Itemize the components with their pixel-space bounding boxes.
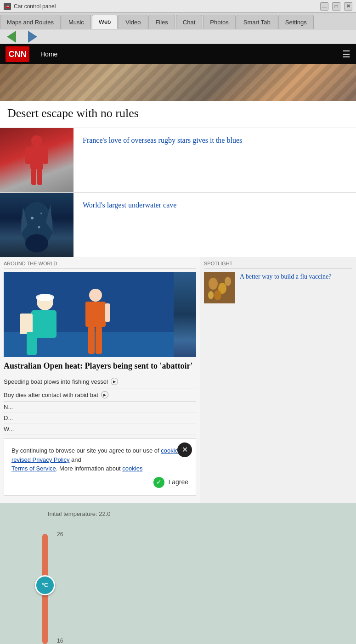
main-story-headline[interactable]: Australian Open heat: Players being sent…	[4, 361, 196, 371]
cookie-and: and	[71, 456, 81, 463]
vaccine-icon	[204, 272, 235, 303]
svg-rect-5	[37, 168, 42, 185]
tab-maps[interactable]: Maps and Routes	[0, 15, 61, 29]
hero-image	[0, 64, 356, 101]
temp-label: Initial temperature: 22.0	[48, 510, 345, 517]
svg-point-12	[38, 226, 40, 229]
sublink-1-text: Speeding boat plows into fishing vessel	[4, 378, 108, 385]
hamburger-icon[interactable]: ☰	[342, 49, 350, 60]
cookie-link-2[interactable]: revised Privacy Policy	[11, 456, 69, 463]
back-arrow-icon	[7, 31, 16, 43]
svg-point-29	[225, 277, 231, 286]
svg-point-10	[31, 217, 34, 219]
sublink-2-text: Boy dies after contact with rabid bat	[4, 392, 98, 398]
agree-check-icon: ✓	[153, 477, 164, 488]
cnn-header: CNN Home ☰	[0, 44, 356, 64]
news-item-3: W...	[4, 424, 196, 435]
svg-rect-21	[105, 303, 110, 322]
cnn-logo[interactable]: CNN	[6, 46, 29, 62]
cookie-more: More information about	[59, 465, 121, 472]
cave-image	[0, 193, 73, 257]
play-icon-1: ▶	[111, 378, 118, 385]
svg-rect-4	[31, 168, 36, 185]
sections-grid: Around the world	[0, 257, 356, 503]
temp-slider-thumb[interactable]: °C	[35, 575, 55, 595]
browser-content: CNN Home ☰ Desert escape with no rules	[0, 44, 356, 503]
cnn-home-link[interactable]: Home	[40, 50, 57, 58]
temperature-section: Initial temperature: 22.0 26 °C 16	[0, 503, 356, 644]
cave-figure-icon	[18, 197, 55, 252]
news-item-1: N...	[4, 402, 196, 413]
sublink-1[interactable]: Speeding boat plows into fishing vessel …	[4, 375, 196, 388]
tab-chat[interactable]: Chat	[176, 15, 202, 29]
tabbar: Maps and Routes Music Web Video Files Ch…	[0, 13, 356, 29]
article-title-cave[interactable]: World's largest underwater cave	[83, 196, 352, 210]
tab-video[interactable]: Video	[119, 15, 147, 29]
temp-unit: °C	[42, 582, 48, 588]
tab-web[interactable]: Web	[92, 15, 118, 29]
svg-point-0	[31, 135, 42, 146]
around-world-image	[4, 272, 196, 357]
article-thumb-rugby	[0, 128, 73, 192]
news-item-2: D...	[4, 413, 196, 424]
section-around-world: Around the world	[0, 257, 200, 503]
spotlight-image	[204, 272, 235, 303]
svg-rect-20	[85, 302, 106, 327]
article-row-cave: World's largest underwater cave	[0, 192, 356, 257]
rugby-image	[0, 128, 73, 192]
svg-point-26	[209, 278, 218, 290]
svg-rect-23	[96, 326, 102, 354]
spotlight-title: Spotlight	[204, 261, 352, 269]
window-controls: — □ ✕	[320, 2, 352, 11]
back-button[interactable]	[2, 31, 21, 43]
titlebar: 🚗 Car control panel — □ ✕	[0, 0, 356, 13]
forward-button[interactable]	[23, 31, 42, 43]
cookie-consent: ✕ By continuing to browse our site you a…	[4, 438, 196, 496]
tab-music[interactable]: Music	[62, 15, 91, 29]
spotlight-article-title[interactable]: A better way to build a flu vaccine?	[240, 272, 331, 281]
temp-scale-min: 16	[57, 638, 63, 644]
temp-scale-max: 26	[57, 531, 63, 538]
article-row-rugby: France's love of overseas rugby stars gi…	[0, 128, 356, 192]
svg-rect-2	[25, 147, 31, 164]
cookie-close-button[interactable]: ✕	[177, 442, 192, 457]
svg-point-28	[214, 290, 221, 300]
forward-arrow-icon	[28, 31, 37, 43]
tab-photos[interactable]: Photos	[203, 15, 235, 29]
tennis-scene-icon	[4, 272, 174, 357]
agree-area: ✓ I agree	[11, 477, 188, 488]
svg-rect-22	[88, 326, 95, 354]
sublink-2[interactable]: Boy dies after contact with rabid bat ▶	[4, 388, 196, 402]
cookie-link-4[interactable]: cookies	[122, 465, 142, 472]
desert-headline: Desert escape with no rules	[0, 101, 356, 128]
svg-point-30	[208, 291, 214, 299]
minimize-button[interactable]: —	[320, 2, 328, 11]
spotlight-item: A better way to build a flu vaccine?	[204, 272, 352, 303]
article-title-rugby[interactable]: France's love of overseas rugby stars gi…	[83, 132, 352, 146]
svg-point-19	[89, 289, 102, 302]
navbar	[0, 29, 356, 44]
maximize-button[interactable]: □	[332, 2, 340, 11]
svg-point-11	[40, 213, 42, 214]
app-icon: 🚗	[4, 3, 11, 10]
tab-settings[interactable]: Settings	[278, 15, 314, 29]
svg-point-24	[36, 294, 54, 301]
tab-smarttab[interactable]: Smart Tab	[237, 15, 277, 29]
section-spotlight: Spotlight A better way to build a flu va…	[200, 257, 356, 503]
cookie-text: By continuing to browse our site you agr…	[11, 447, 159, 454]
window-title: Car control panel	[14, 3, 56, 10]
close-button[interactable]: ✕	[344, 2, 352, 11]
svg-rect-17	[20, 314, 33, 334]
tab-files[interactable]: Files	[148, 15, 175, 29]
hero-title[interactable]: Desert escape with no rules	[7, 106, 349, 120]
cookie-link-3[interactable]: Terms of Service	[11, 465, 56, 472]
svg-rect-3	[43, 147, 48, 164]
svg-rect-18	[27, 332, 37, 355]
play-icon-2: ▶	[101, 391, 108, 398]
temp-slider-container: 26 °C 16	[22, 525, 68, 644]
article-thumb-cave	[0, 193, 73, 257]
agree-button[interactable]: I agree	[168, 477, 188, 487]
svg-point-7	[25, 234, 48, 252]
svg-rect-1	[30, 146, 43, 169]
rugby-figure-icon	[18, 133, 55, 188]
